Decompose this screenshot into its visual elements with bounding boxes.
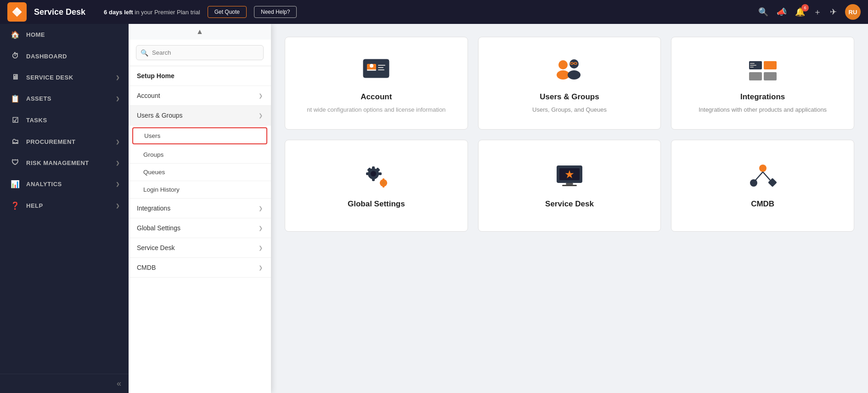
sidebar-item-risk-management[interactable]: 🛡 RISK MANAGEMENT ❯ <box>0 152 129 173</box>
trial-notice: 6 days left in your Premier Plan trial <box>104 9 200 16</box>
svg-rect-23 <box>372 166 375 170</box>
sidebar-item-dashboard[interactable]: ⏱ DASHBOARD <box>0 46 129 67</box>
assets-icon: 📋 <box>11 94 20 103</box>
sidebar-collapse-button[interactable]: « <box>0 374 129 393</box>
sidebar-item-help[interactable]: ❓ HELP ❯ <box>0 195 129 216</box>
chevron-right-icon: ❯ <box>259 225 263 231</box>
app-logo[interactable] <box>7 2 27 22</box>
chevron-right-icon: ❯ <box>259 93 263 99</box>
send-icon[interactable]: ✈ <box>830 7 837 17</box>
queues-sub-item[interactable]: Queues <box>129 164 271 181</box>
global-settings-card-icon <box>360 159 393 192</box>
sidebar-item-assets[interactable]: 📋 ASSETS ❯ <box>0 88 129 109</box>
login-history-label: Login History <box>143 186 180 193</box>
svg-rect-4 <box>378 65 385 66</box>
users-groups-item[interactable]: Users & Groups ❯ <box>129 106 271 125</box>
main-layout: 🏠 HOME ⏱ DASHBOARD 🖥 SERVICE DESK ❯ 📋 AS… <box>0 24 868 393</box>
integrations-card-icon <box>746 52 779 85</box>
svg-rect-3 <box>367 69 376 71</box>
account-item[interactable]: Account ❯ <box>129 86 271 106</box>
cmdb-label: CMDB <box>137 264 156 271</box>
global-settings-label: Global Settings <box>137 224 180 232</box>
chevron-right-icon: ❯ <box>116 182 120 187</box>
chevron-right-icon: ❯ <box>259 205 263 211</box>
svg-point-22 <box>371 171 376 177</box>
search-icon[interactable]: 🔍 <box>758 7 768 17</box>
cmdb-item[interactable]: CMDB ❯ <box>129 258 271 278</box>
need-help-button[interactable]: Need Help? <box>254 6 297 18</box>
settings-dropdown-panel: ▲ 🔍 Setup Home Account ❯ Users & Groups <box>129 24 271 393</box>
setup-home-item[interactable]: Setup Home <box>129 66 271 86</box>
groups-label: Groups <box>143 151 163 158</box>
svg-line-43 <box>755 172 763 180</box>
help-icon: ❓ <box>11 201 20 210</box>
account-card[interactable]: Account nt wide configuration options an… <box>285 37 468 130</box>
procurement-icon: 🗂 <box>11 137 20 146</box>
login-history-sub-item[interactable]: Login History <box>129 181 271 199</box>
cmdb-card-icon <box>746 159 779 192</box>
groups-sub-item[interactable]: Groups <box>129 146 271 164</box>
users-groups-label: Users & Groups <box>137 112 183 119</box>
scroll-up-button[interactable]: ▲ <box>129 24 271 40</box>
users-groups-card-title: Users & Groups <box>540 92 599 102</box>
service-desk-icon: 🖥 <box>11 73 20 81</box>
svg-rect-39 <box>562 185 577 186</box>
svg-rect-18 <box>750 63 755 64</box>
announcement-icon[interactable]: 📣 <box>777 7 787 17</box>
sidebar-label-help: HELP <box>26 202 109 209</box>
integrations-card[interactable]: Integrations Integrations with other pro… <box>671 37 854 130</box>
analytics-icon: 📊 <box>11 180 20 188</box>
sidebar-label-service-desk: SERVICE DESK <box>26 74 109 81</box>
account-card-desc: nt wide configuration options and licens… <box>307 105 445 114</box>
svg-line-44 <box>763 172 770 180</box>
user-avatar[interactable]: RU <box>845 4 861 20</box>
get-quote-button[interactable]: Get Quote <box>208 6 247 18</box>
integrations-card-title: Integrations <box>740 92 785 102</box>
svg-rect-17 <box>764 72 777 80</box>
users-groups-card[interactable]: Users & Groups Users, Groups, and Queues <box>478 37 661 130</box>
search-icon: 🔍 <box>141 49 148 57</box>
users-groups-card-desc: Users, Groups, and Queues <box>532 105 607 114</box>
svg-rect-32 <box>383 185 384 188</box>
sidebar-item-analytics[interactable]: 📊 ANALYTICS ❯ <box>0 173 129 195</box>
svg-point-2 <box>370 64 373 68</box>
dropdown-menu: Setup Home Account ❯ Users & Groups ❯ Us… <box>129 66 271 278</box>
global-settings-item[interactable]: Global Settings ❯ <box>129 218 271 238</box>
svg-rect-33 <box>380 182 382 184</box>
svg-rect-24 <box>372 177 375 181</box>
cmdb-card[interactable]: CMDB <box>671 140 854 232</box>
notification-icon[interactable]: 🔔 6 <box>795 7 805 17</box>
svg-rect-19 <box>750 65 756 66</box>
sidebar-item-procurement[interactable]: 🗂 PROCUREMENT ❯ <box>0 131 129 152</box>
service-desk-item[interactable]: Service Desk ❯ <box>129 238 271 258</box>
sidebar-item-tasks[interactable]: ☑ TASKS <box>0 109 129 131</box>
add-icon[interactable]: ＋ <box>813 6 822 17</box>
top-navigation: Service Desk 6 days left in your Premier… <box>0 0 868 24</box>
account-card-title: Account <box>361 92 392 102</box>
sidebar-label-risk: RISK MANAGEMENT <box>26 159 109 166</box>
chevron-right-icon: ❯ <box>116 96 120 101</box>
app-title: Service Desk <box>34 7 85 17</box>
service-desk-card[interactable]: Service Desk <box>478 140 661 232</box>
global-settings-card[interactable]: Global Settings <box>285 140 468 232</box>
risk-icon: 🛡 <box>11 159 20 167</box>
users-sub-item[interactable]: Users <box>132 127 267 144</box>
svg-point-10 <box>568 70 581 80</box>
service-desk-label: Service Desk <box>137 244 175 251</box>
sidebar-item-home[interactable]: 🏠 HOME <box>0 24 129 46</box>
svg-rect-26 <box>378 172 382 175</box>
account-label: Account <box>137 92 160 99</box>
search-input[interactable] <box>136 45 264 60</box>
sidebar-item-service-desk[interactable]: 🖥 SERVICE DESK ❯ <box>0 67 129 88</box>
users-label: Users <box>144 132 160 139</box>
sidebar-label-dashboard: DASHBOARD <box>26 53 119 60</box>
integrations-item[interactable]: Integrations ❯ <box>129 199 271 218</box>
cmdb-card-title: CMDB <box>751 199 774 209</box>
notification-badge: 6 <box>801 4 809 11</box>
dropdown-search-area: 🔍 <box>129 40 271 66</box>
svg-point-7 <box>558 60 568 69</box>
users-groups-card-icon <box>553 52 586 85</box>
svg-point-40 <box>759 165 767 172</box>
svg-rect-31 <box>383 178 384 181</box>
chevron-right-icon: ❯ <box>116 139 120 144</box>
